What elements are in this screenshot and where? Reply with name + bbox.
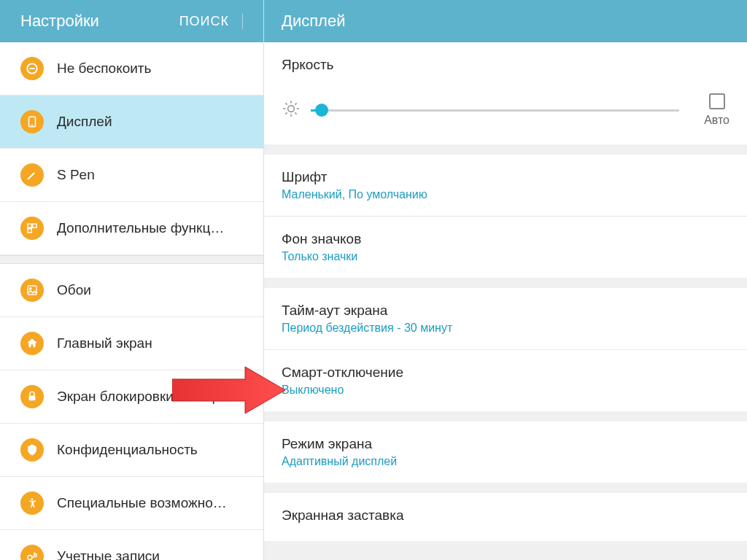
sidebar-item-lockscreen[interactable]: Экран блокировки и защ… [0,370,263,424]
sidebar-header: Настройки ПОИСК [0,0,263,42]
settings-title: Настройки [20,12,99,31]
auto-label: Авто [704,114,729,127]
search-button[interactable]: ПОИСК [179,14,243,29]
panel-font: Шрифт Маленький, По умолчанию Фон значко… [264,155,747,278]
svg-line-20 [295,103,296,104]
svg-rect-7 [28,286,36,295]
svg-point-12 [288,106,295,112]
privacy-icon [20,438,44,462]
svg-line-19 [285,112,287,114]
section-divider [0,255,263,264]
item-subtitle: Только значки [282,250,729,263]
sidebar-item-label: Дисплей [57,114,112,130]
lock-icon [20,385,44,408]
sidebar-item-label: Учетные записи [57,548,160,560]
auto-brightness[interactable]: Авто [704,93,729,127]
item-title: Смарт-отключение [282,365,729,381]
item-subtitle: Выключено [282,384,729,397]
brightness-title: Яркость [282,57,729,73]
item-font[interactable]: Шрифт Маленький, По умолчанию [264,155,747,217]
item-title: Тайм-аут экрана [282,303,729,319]
sidebar-item-label: Экран блокировки и защ… [57,389,228,405]
sidebar-item-accessibility[interactable]: Специальные возможно… [0,477,263,530]
item-title: Шрифт [282,169,729,185]
brightness-section: Яркость Авто [264,42,747,144]
sidebar-item-label: Обои [57,282,91,298]
sidebar-item-label: Дополнительные функц… [57,220,224,236]
display-icon [20,110,44,133]
accounts-icon [20,545,44,560]
svg-point-11 [28,556,32,560]
sidebar-item-spen[interactable]: S Pen [0,149,263,202]
wallpaper-icon [20,279,44,302]
svg-point-8 [30,288,31,289]
auto-checkbox[interactable] [709,93,725,109]
svg-rect-4 [28,224,31,228]
sidebar-item-advanced[interactable]: Дополнительные функц… [0,202,263,255]
item-title: Фон значков [282,231,729,247]
main-header: Дисплей [264,0,747,42]
item-smart-stay[interactable]: Смарт-отключение Выключено [264,350,747,411]
item-title: Экранная заставка [282,508,729,524]
sidebar-item-wallpaper[interactable]: Обои [0,264,263,317]
item-subtitle: Маленький, По умолчанию [282,188,729,201]
accessibility-icon [20,491,44,515]
dnd-icon [20,57,44,80]
brightness-controls: Авто [282,93,729,127]
sun-icon [282,99,301,121]
main-content: Яркость Авто Шрифт Ма [264,42,747,560]
sidebar-item-label: Конфиденциальность [57,442,198,458]
panel-screensaver: Экранная заставка [264,493,747,541]
sidebar-item-label: Не беспокоить [57,61,151,77]
sidebar-item-home[interactable]: Главный экран [0,317,263,370]
sidebar-item-dnd[interactable]: Не беспокоить [0,42,263,96]
main-panel: Дисплей Яркость Авто [264,0,747,560]
item-subtitle: Адаптивный дисплей [282,455,729,468]
item-timeout[interactable]: Тайм-аут экрана Период бездействия - 30 … [264,288,747,350]
item-icon-bg[interactable]: Фон значков Только значки [264,217,747,278]
sidebar: Настройки ПОИСК Не беспокоить Дисплей [0,0,264,560]
item-title: Режим экрана [282,436,729,452]
svg-line-17 [285,103,287,104]
brightness-slider[interactable] [311,109,679,112]
sidebar-item-display[interactable]: Дисплей [0,96,263,149]
panel-timeout: Тайм-аут экрана Период бездействия - 30 … [264,288,747,411]
main-title: Дисплей [282,12,345,31]
pen-icon [20,163,44,187]
sidebar-item-label: S Pen [57,167,95,183]
svg-rect-5 [33,224,36,228]
panel-display-mode: Режим экрана Адаптивный дисплей [264,421,747,483]
svg-rect-6 [28,229,31,233]
sidebar-item-accounts[interactable]: Учетные записи [0,530,263,560]
sidebar-item-label: Специальные возможно… [57,495,227,511]
item-screensaver[interactable]: Экранная заставка [264,493,747,541]
svg-line-18 [295,112,296,114]
advanced-icon [20,217,44,240]
sidebar-list: Не беспокоить Дисплей S Pen Дополнительн… [0,42,263,560]
item-display-mode[interactable]: Режим экрана Адаптивный дисплей [264,421,747,483]
item-subtitle: Период бездействия - 30 минут [282,322,729,335]
home-icon [20,332,44,355]
sidebar-item-label: Главный экран [57,335,152,351]
sidebar-item-privacy[interactable]: Конфиденциальность [0,424,263,477]
svg-point-10 [31,498,34,500]
svg-rect-9 [29,396,36,401]
